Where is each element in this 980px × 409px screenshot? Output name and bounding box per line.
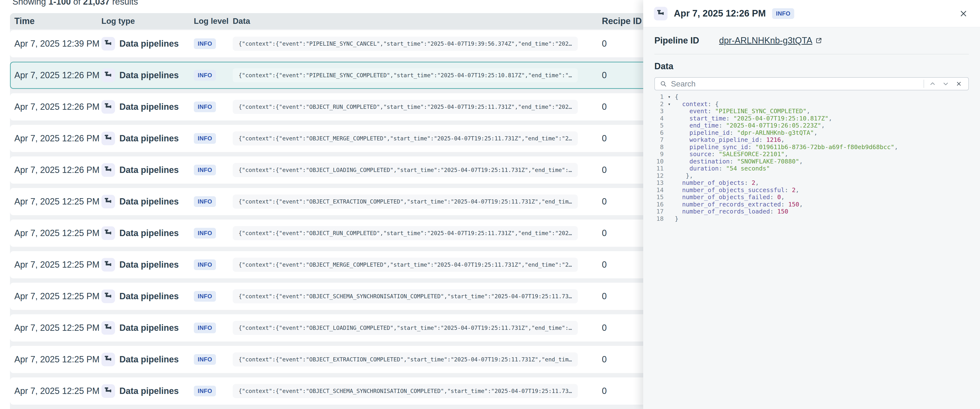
log-type-icon-chip	[102, 195, 115, 208]
pipeline-id-row: Pipeline ID dpr-ARLNHKnb-g3tQTA	[654, 27, 969, 54]
row-data-json: {"context":{"event":"OBJECT_LOADING_COMP…	[233, 321, 578, 335]
log-type-label: Data pipelines	[119, 165, 179, 175]
log-type-icon-chip	[102, 321, 115, 334]
row-time: Apr 7, 2025 12:25 PM	[14, 260, 102, 270]
divider	[924, 80, 924, 88]
search-icon	[660, 80, 667, 87]
row-recipe-id: 0	[602, 354, 607, 365]
json-line-content: number_of_objects_failed: 0,	[675, 193, 784, 201]
results-range: 1-100	[48, 0, 71, 6]
json-line: 9 ▾ source: "SALESFORCE-22101",	[654, 151, 969, 158]
json-line-number: 1	[654, 93, 663, 101]
log-type-label: Data pipelines	[119, 260, 179, 270]
json-line-number: 14	[654, 187, 663, 194]
divider	[654, 54, 969, 54]
log-type-label: Data pipelines	[119, 39, 179, 49]
log-type-label: Data pipelines	[119, 354, 179, 365]
json-line-content: event: "PIPELINE_SYNC_COMPLETED",	[675, 108, 810, 115]
row-recipe-id: 0	[602, 39, 607, 49]
json-line-content: pipeline_sync_id: "019611b6-8736-72bb-a6…	[675, 144, 898, 151]
log-detail-panel: Apr 7, 2025 12:26 PM INFO Pipeline ID dp…	[643, 0, 980, 409]
log-level-badge: INFO	[194, 38, 216, 49]
log-type-icon-chip	[102, 290, 115, 303]
collapse-caret-icon[interactable]: ▾	[663, 93, 675, 101]
log-type-label: Data pipelines	[119, 70, 179, 80]
json-line-number: 18	[654, 215, 663, 222]
log-level-badge: INFO	[194, 259, 216, 270]
log-type-icon-chip	[102, 132, 115, 145]
json-line: 11 ▾ duration: "54 seconds"	[654, 165, 969, 172]
json-line-content: },	[675, 172, 693, 179]
json-line: 8 ▾ pipeline_sync_id: "019611b6-8736-72b…	[654, 144, 969, 151]
json-line-content: pipeline_id: "dpr-ARLNHKnb-g3tQTA",	[675, 129, 818, 136]
json-line-number: 15	[654, 193, 663, 201]
json-line: 13 ▾ number_of_objects: 2,	[654, 179, 969, 187]
row-data-json: {"context":{"event":"OBJECT_LOADING_COMP…	[233, 163, 578, 177]
results-total: 21,037	[83, 0, 110, 6]
log-type-label: Data pipelines	[119, 133, 179, 144]
pipe-icon	[103, 323, 113, 333]
log-level-badge: INFO	[194, 133, 216, 144]
json-line-number: 16	[654, 201, 663, 208]
panel-body: Pipeline ID dpr-ARLNHKnb-g3tQTA Data	[643, 27, 980, 222]
json-line: 12 ▾ },	[654, 172, 969, 179]
column-header-log-level: Log level	[194, 16, 233, 26]
row-time: Apr 7, 2025 12:25 PM	[14, 228, 102, 238]
row-data-json: {"context":{"event":"OBJECT_SCHEMA_SYNCH…	[233, 289, 578, 303]
pipe-icon	[103, 355, 113, 364]
search-prev-button[interactable]	[928, 79, 937, 89]
log-type-label: Data pipelines	[119, 291, 179, 301]
search-input[interactable]	[671, 79, 920, 89]
pipe-icon	[656, 9, 665, 18]
row-recipe-id: 0	[602, 291, 607, 301]
json-line-content: context: {	[675, 101, 719, 108]
row-time: Apr 7, 2025 12:25 PM	[14, 354, 102, 365]
json-line: 16 ▾ number_of_records_extracted: 150,	[654, 201, 969, 208]
row-recipe-id: 0	[602, 102, 607, 112]
log-type-icon-chip	[102, 68, 115, 82]
column-header-recipe-id: Recipe ID	[602, 16, 642, 26]
json-line-number: 11	[654, 165, 663, 172]
log-level-badge: INFO	[194, 70, 216, 81]
row-time: Apr 7, 2025 12:25 PM	[14, 197, 102, 207]
json-search-bar	[654, 77, 969, 90]
json-line: 10 ▾ destination: "SNOWFLAKE-70880",	[654, 158, 969, 165]
panel-title: Apr 7, 2025 12:26 PM	[674, 8, 766, 19]
row-data-json: {"context":{"event":"OBJECT_MERGE_COMPLE…	[233, 132, 578, 146]
pipe-icon	[103, 197, 113, 206]
json-line-content: start_time: "2025-04-07T19:25:10.817Z",	[675, 115, 832, 122]
row-recipe-id: 0	[602, 133, 607, 144]
log-type-icon-chip	[102, 384, 115, 398]
json-line-content: end_time: "2025-04-07T19:26:05.223Z",	[675, 122, 825, 129]
pipeline-id-label: Pipeline ID	[654, 35, 719, 46]
log-level-badge: INFO	[194, 196, 216, 207]
row-recipe-id: 0	[602, 197, 607, 207]
search-clear-button[interactable]	[954, 79, 964, 89]
json-line-content: number_of_objects: 2,	[675, 179, 759, 187]
log-type-label: Data pipelines	[119, 102, 179, 112]
json-line-number: 17	[654, 208, 663, 215]
json-line: 1 ▾ {	[654, 93, 969, 101]
json-line: 5 ▾ end_time: "2025-04-07T19:26:05.223Z"…	[654, 122, 969, 129]
json-line-content: number_of_objects_successful: 2,	[675, 187, 799, 194]
pipeline-id-link[interactable]: dpr-ARLNHKnb-g3tQTA	[719, 35, 822, 46]
row-time: Apr 7, 2025 12:26 PM	[14, 165, 102, 175]
log-level-badge: INFO	[772, 8, 794, 19]
log-type-icon-chip	[102, 227, 115, 240]
row-data-json: {"context":{"event":"PIPELINE_SYNC_CANCE…	[233, 36, 578, 51]
pipe-icon	[103, 292, 113, 301]
row-data-json: {"context":{"event":"PIPELINE_SYNC_COMPL…	[233, 68, 578, 82]
row-recipe-id: 0	[602, 228, 607, 238]
close-panel-button[interactable]	[958, 8, 969, 19]
json-line-number: 12	[654, 172, 663, 179]
chevron-up-icon	[929, 80, 936, 87]
panel-header: Apr 7, 2025 12:26 PM INFO	[643, 0, 980, 27]
log-type-label: Data pipelines	[119, 228, 179, 238]
pipe-icon	[103, 260, 113, 269]
collapse-caret-icon[interactable]: ▾	[663, 101, 675, 108]
search-next-button[interactable]	[941, 79, 950, 89]
row-time: Apr 7, 2025 12:26 PM	[14, 70, 102, 80]
column-header-log-type: Log type	[102, 16, 194, 26]
json-line-number: 8	[654, 144, 663, 151]
json-line: 14 ▾ number_of_objects_successful: 2,	[654, 187, 969, 194]
